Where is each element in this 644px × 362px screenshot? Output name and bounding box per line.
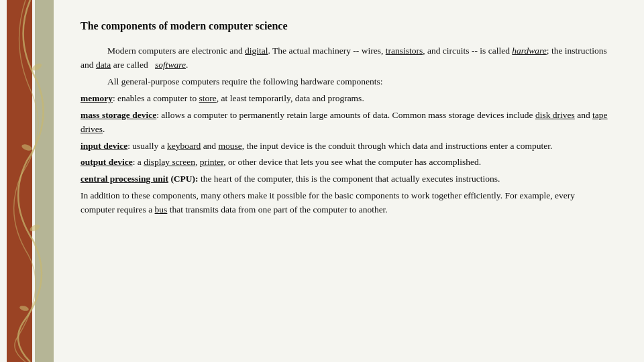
svg-point-2 xyxy=(29,223,41,233)
keyboard-link: keyboard xyxy=(167,141,201,151)
body-text: Modern computers are electronic and digi… xyxy=(80,44,610,217)
vine-svg xyxy=(0,0,60,362)
display-screen-link: display screen xyxy=(144,157,195,167)
input-device-label: input device xyxy=(80,141,127,151)
cpu-label: central processing unit xyxy=(80,174,168,184)
digital-link: digital xyxy=(245,46,268,56)
mass-storage-para: mass storage device: allows a computer t… xyxy=(80,109,610,137)
store-link: store xyxy=(199,93,217,103)
slide-title: The components of modern computer scienc… xyxy=(80,20,610,32)
mass-storage-label: mass storage device xyxy=(80,110,156,120)
data-link: data xyxy=(96,60,111,70)
svg-point-3 xyxy=(19,305,29,312)
intro-para-1: Modern computers are electronic and digi… xyxy=(80,44,610,72)
intro-para-2: All general-purpose computers require th… xyxy=(80,75,610,89)
slide-container: The components of modern computer scienc… xyxy=(0,0,644,362)
bus-link: bus xyxy=(155,204,168,215)
hardware-link: hardware xyxy=(512,46,547,56)
software-link: software xyxy=(155,60,186,70)
left-decoration xyxy=(0,0,60,362)
cpu-label-2: (CPU): xyxy=(168,174,199,184)
svg-point-0 xyxy=(31,62,43,72)
memory-label: memory xyxy=(80,93,113,103)
svg-point-1 xyxy=(21,143,33,152)
cpu-para: central processing unit (CPU): the heart… xyxy=(80,172,610,186)
memory-para: memory: enables a computer to store, at … xyxy=(80,92,610,106)
mouse-link: mouse xyxy=(219,141,242,151)
addition-para: In addition to these components, many ot… xyxy=(80,189,610,217)
tape-drives-link: tape drives xyxy=(80,110,608,134)
content-area: The components of modern computer scienc… xyxy=(60,0,644,362)
output-device-label: output device xyxy=(80,157,133,167)
input-device-para: input device: usually a keyboard and mou… xyxy=(80,139,610,154)
output-device-para: output device: a display screen, printer… xyxy=(80,156,610,170)
printer-link: printer xyxy=(200,157,223,167)
disk-drives-link: disk drives xyxy=(535,110,575,120)
transistors-link: transistors xyxy=(386,46,423,56)
